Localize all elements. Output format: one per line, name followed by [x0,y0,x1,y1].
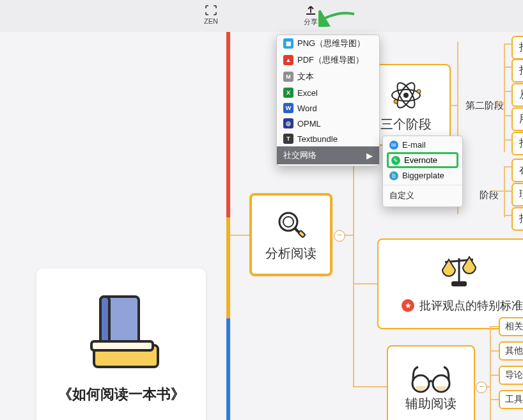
menu-item-excel[interactable]: X Excel [277,85,379,100]
share-label: 分享 [304,17,318,27]
png-icon: ▦ [283,38,293,49]
textbundle-icon: T [283,134,293,144]
submenu-item-email[interactable]: ✉ E-mail [383,137,462,152]
zen-mode-button[interactable]: ZEN [192,4,230,25]
connector [486,386,490,387]
menu-label: Biggerplate [402,171,444,180]
collapse-toggle[interactable]: − [334,230,345,242]
menu-label: 文本 [297,71,314,82]
menu-separator [383,185,462,185]
connector [490,326,491,420]
node-label: 辅助阅读 [405,395,457,412]
mindmap-canvas[interactable]: 《如何阅读一本书》 分析阅读 − 三个阶段 第二阶段 阶段 [0,32,523,420]
connector [496,102,504,104]
excel-icon: X [283,88,293,98]
branch-spine-blue [226,318,230,420]
pdf-icon: ▲ [283,55,293,65]
leaf-node[interactable]: 找 [511,36,523,59]
connector [490,350,499,352]
word-icon: W [283,103,293,113]
biggerplate-icon: b [389,171,398,180]
toolbar: ZEN 分享 [0,0,523,33]
svg-point-12 [417,89,421,93]
node-analysis-reading[interactable]: 分析阅读 [249,193,332,276]
connector [230,235,249,236]
submenu-item-biggerplate[interactable]: b Biggerplate [383,168,462,183]
connector [490,399,499,400]
email-icon: ✉ [389,141,398,150]
menu-label: PNG（思维导图） [297,38,365,49]
svg-rect-3 [91,341,153,350]
menu-item-pdf[interactable]: ▲ PDF（思维导图） [277,52,379,68]
root-title: 《如何阅读一本书》 [58,385,185,404]
submenu-item-evernote[interactable]: ✎ Evernote [387,152,458,168]
svg-point-13 [394,100,398,104]
menu-label: 社交网络 [283,150,316,161]
leaf-node[interactable]: 在 [511,159,523,182]
opml-icon: ◎ [283,118,293,128]
upload-icon [305,4,316,16]
share-button[interactable]: 分享 [292,4,330,27]
node-label: 三个阶段 [380,116,432,133]
connector [504,166,505,217]
glasses-icon [408,362,454,395]
connector [492,191,504,192]
submenu-item-custom[interactable]: 自定义 [383,187,462,204]
leaf-node[interactable]: 其他的书 [499,341,523,361]
share-social-submenu: ✉ E-mail ✎ Evernote b Biggerplate 自定义 [382,136,463,207]
branch-spine-red [226,32,230,217]
svg-rect-16 [451,281,467,286]
atom-icon [388,77,424,113]
connector [490,326,499,327]
zen-label: ZEN [204,17,218,25]
stage-2-label: 第二阶段 [459,96,510,116]
menu-item-textbundle[interactable]: T Textbundle [277,131,379,146]
connector [353,283,377,284]
fullscreen-icon [205,4,217,16]
leaf-node[interactable]: 找 [511,132,523,155]
connector [353,386,387,387]
collapse-toggle[interactable]: − [476,382,487,393]
svg-rect-1 [100,297,109,346]
menu-label: OPML [297,119,321,128]
node-aux-reading[interactable]: 辅助阅读 [387,345,475,420]
magnifier-icon [274,208,308,241]
menu-label: 自定义 [389,190,414,201]
connector [451,105,457,106]
evernote-icon: ✎ [391,156,400,165]
chevron-right-icon: ▶ [366,151,373,160]
leaf-node[interactable]: 理 [511,183,523,206]
books-icon [74,293,169,376]
menu-label: Word [297,104,317,113]
menu-label: Excel [297,88,318,98]
svg-point-11 [403,93,409,98]
menu-item-social[interactable]: 社交网络 ▶ [277,146,379,164]
node-label: 分析阅读 [265,245,316,262]
leaf-node[interactable]: 用 [511,107,523,131]
menu-label: PDF（思维导图） [297,54,364,66]
node-criticism[interactable]: ★ 批评观点的特别标准 [377,238,523,329]
star-icon: ★ [402,299,414,312]
leaf-node[interactable]: 找 [511,207,523,231]
svg-rect-7 [298,230,305,237]
menu-label: E-mail [402,140,426,150]
menu-label: Evernote [404,155,437,165]
branch-spine-yellow [226,217,230,318]
menu-item-text[interactable]: M 文本 [277,68,379,85]
leaf-node[interactable]: 找 [511,59,523,82]
menu-item-png[interactable]: ▦ PNG（思维导图） [277,35,379,52]
share-export-menu: ▦ PNG（思维导图） ▲ PDF（思维导图） M 文本 X Excel W W… [276,35,380,166]
node-label: 批评观点的特别标准 [419,298,523,313]
stage-3-label-suffix: 阶段 [473,185,505,205]
connector [344,235,353,236]
connector [490,375,499,376]
leaf-node[interactable]: 从 [511,83,523,107]
menu-label: Textbundle [297,134,338,144]
leaf-node[interactable]: 工具书（字典、百科 [499,390,523,409]
menu-item-opml[interactable]: ◎ OPML [277,116,379,131]
root-node[interactable]: 《如何阅读一本书》 [36,268,206,420]
leaf-node[interactable]: 导论与摘要 [499,366,523,385]
leaf-node[interactable]: 相关经验 [499,317,523,336]
menu-item-word[interactable]: W Word [277,100,379,116]
svg-point-4 [279,213,297,231]
